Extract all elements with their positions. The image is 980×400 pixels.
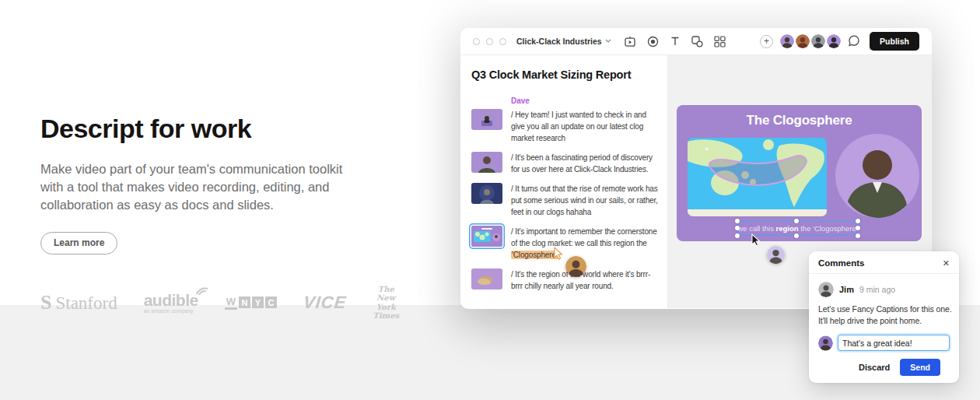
chat-bubble-icon[interactable] (848, 35, 860, 47)
avatar (796, 34, 810, 48)
comments-panel: Comments ✕ Jim 9 min ago Let's use Fancy… (809, 251, 959, 383)
text-icon[interactable] (670, 36, 681, 47)
script-document-panel: Q3 Clock Market Sizing Report Dave / Hey… (460, 55, 668, 308)
selection-handle[interactable] (735, 233, 740, 238)
comments-title: Comments (818, 258, 864, 268)
presenter-photo[interactable] (835, 134, 919, 218)
transcript-row-selected[interactable]: / It's important to remember the corners… (471, 226, 658, 261)
comment-timestamp: 9 min ago (859, 285, 895, 294)
layout-icon[interactable] (714, 36, 726, 47)
app-toolbar: Click-Clack Industries (460, 28, 932, 55)
cursor-pointer-icon (553, 247, 564, 260)
record-icon[interactable] (647, 36, 659, 47)
highlighted-text: 'Clogosphere' (511, 251, 558, 259)
send-button[interactable]: Send (900, 359, 940, 376)
wnyc-logo: W N Y C (225, 295, 277, 310)
thumbnail-space-scene[interactable] (471, 183, 502, 204)
cursor-pointer-icon (751, 233, 761, 247)
selection-handle[interactable] (856, 226, 860, 230)
transcript-row[interactable]: / Hey team! I just wanted to check in an… (471, 109, 658, 144)
window-controls[interactable] (473, 38, 506, 45)
slide-title[interactable]: The Clogosphere (677, 113, 922, 128)
customer-logos: S Stanford audible an amazon company W N… (40, 285, 390, 321)
collaborator-cursor-avatar (565, 256, 586, 277)
selection-handle[interactable] (794, 233, 799, 238)
learn-more-button[interactable]: Learn more (40, 232, 117, 254)
thumbnail-desk-scene[interactable] (471, 109, 502, 130)
discard-button[interactable]: Discard (859, 363, 890, 372)
stanford-logo: S Stanford (40, 291, 117, 314)
publish-button[interactable]: Publish (870, 32, 919, 51)
speaker-label[interactable]: Dave (511, 96, 667, 105)
thumbnail-speaker-closeup[interactable] (471, 152, 502, 173)
selection-handle[interactable] (856, 233, 860, 238)
descript-for-work-page: Descript for work Make video part of you… (0, 0, 980, 400)
plane-icon: ✈ (705, 146, 709, 152)
new-york-times-logo: The New York Times (373, 285, 399, 321)
vice-logo: VICE (303, 293, 348, 313)
slide-the-clogosphere[interactable]: The Clogosphere ✈ (677, 105, 922, 241)
selection-handle[interactable] (856, 219, 860, 223)
avatar (818, 282, 834, 297)
hero: Descript for work Make video part of you… (40, 114, 390, 321)
chevron-down-icon (605, 39, 611, 43)
collaborator-cursor-avatar (767, 246, 785, 264)
thumbnail-clogosphere-slide[interactable] (471, 226, 502, 247)
project-title-dropdown[interactable]: Click-Clack Industries (516, 37, 611, 46)
close-icon[interactable]: ✕ (943, 259, 950, 268)
audible-arcs-icon (195, 286, 209, 296)
avatar (827, 34, 841, 48)
add-collaborator-icon[interactable]: + (760, 35, 773, 48)
page-title: Descript for work (40, 114, 390, 143)
avatar (818, 335, 833, 351)
transcript-row[interactable]: / It's been a fascinating period of disc… (471, 152, 658, 175)
avatar (811, 34, 825, 48)
transcript-row[interactable]: / It turns out that the rise of remote w… (471, 183, 658, 218)
selection-handle[interactable] (794, 219, 799, 223)
world-map[interactable]: ✈ (688, 138, 827, 216)
comment-reply-input[interactable] (838, 335, 950, 351)
selection-handle[interactable] (735, 219, 740, 223)
document-title[interactable]: Q3 Clock Market Sizing Report (471, 68, 656, 81)
selection-handle[interactable] (735, 226, 740, 230)
audible-logo: audible an amazon company (144, 291, 198, 314)
avatar (780, 34, 794, 48)
stanford-tree-icon: S (40, 291, 51, 314)
comment-body: Let's use Fancy Captions for this one. I… (818, 304, 954, 327)
hero-description: Make video part of your team's communica… (40, 160, 361, 213)
collaborator-avatars[interactable] (780, 34, 841, 48)
thumbnail-clogs[interactable] (471, 268, 502, 289)
comment-author: Jim (839, 285, 854, 294)
scene-icon[interactable] (624, 36, 636, 47)
shapes-icon[interactable] (691, 36, 703, 47)
transcript-row[interactable]: / It's the region of the world where it'… (471, 268, 658, 292)
